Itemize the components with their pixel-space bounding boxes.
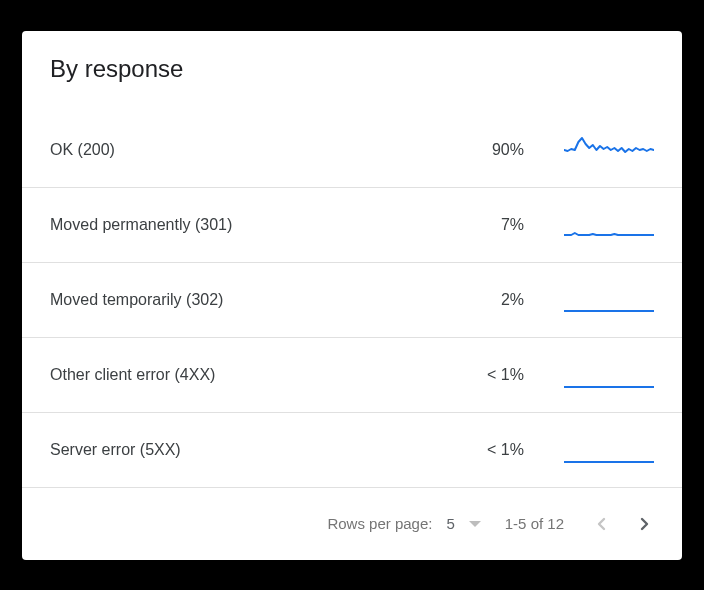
sparkline [564,136,654,164]
response-percent: 90% [444,141,524,159]
rows-per-page[interactable]: Rows per page: 5 [327,515,480,532]
table-row[interactable]: Moved permanently (301) 7% [22,188,682,263]
next-page-button[interactable] [630,510,658,538]
table-row[interactable]: Server error (5XX) < 1% [22,413,682,488]
response-percent: < 1% [444,441,524,459]
table-row[interactable]: OK (200) 90% [22,113,682,188]
response-label: Server error (5XX) [50,441,444,459]
chevron-right-icon [637,517,651,531]
response-percent: 2% [444,291,524,309]
sparkline [564,436,654,464]
response-percent: 7% [444,216,524,234]
response-label: Other client error (4XX) [50,366,444,384]
response-label: Moved permanently (301) [50,216,444,234]
response-label: Moved temporarily (302) [50,291,444,309]
sparkline [564,361,654,389]
pagination-range: 1-5 of 12 [505,515,564,532]
response-label: OK (200) [50,141,444,159]
table-pagination: Rows per page: 5 1-5 of 12 [22,488,682,560]
sparkline [564,286,654,314]
rows-per-page-label: Rows per page: [327,515,432,532]
table-row[interactable]: Moved temporarily (302) 2% [22,263,682,338]
table-row[interactable]: Other client error (4XX) < 1% [22,338,682,413]
response-rows: OK (200) 90% Moved permanently (301) 7% … [22,113,682,488]
response-breakdown-card: By response OK (200) 90% Moved permanent… [22,31,682,560]
chevron-down-icon [469,521,481,527]
card-title: By response [22,31,682,93]
sparkline [564,211,654,239]
chevron-left-icon [595,517,609,531]
response-percent: < 1% [444,366,524,384]
prev-page-button[interactable] [588,510,616,538]
rows-per-page-value: 5 [446,515,454,532]
